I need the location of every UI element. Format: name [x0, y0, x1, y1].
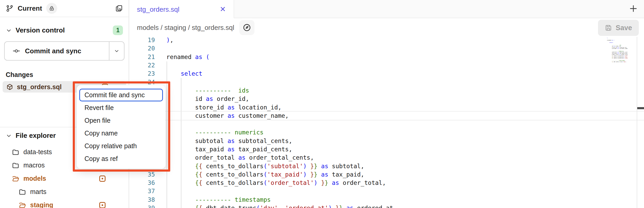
code-line[interactable]: 38 ---------- timestamps [129, 196, 644, 204]
file-context-menu: Commit file and syncRevert fileOpen file… [77, 85, 166, 169]
code-line-text: subtotal as subtotal_cents, [166, 138, 292, 144]
git-branch-icon [6, 4, 14, 12]
code-line[interactable]: 35 {{ cents_to_dollars('tax_paid') }} as… [129, 170, 644, 179]
new-tab-plus-icon[interactable] [629, 4, 638, 13]
branch-name: Current [18, 4, 42, 12]
code-line-text: customer as customer_name, [166, 112, 289, 119]
line-number: 38 [129, 196, 155, 203]
folder-icon [12, 148, 19, 156]
tab-stg-orders[interactable]: stg_orders.sql ✕ [129, 0, 234, 19]
line-number: 37 [129, 188, 155, 194]
code-line-text: ---------- ids [166, 87, 249, 94]
tree-item-label: macros [23, 161, 45, 169]
line-number: 21 [129, 54, 155, 60]
changes-title: Changes [0, 71, 129, 79]
version-control-title: Version control [16, 26, 65, 34]
tree-item-models[interactable]: models [0, 172, 129, 185]
code-line[interactable]: 30 ---------- numerics [129, 128, 644, 136]
code-line-text: tax_paid as tax_paid_cents, [166, 146, 292, 153]
tree-item-marts[interactable]: marts [0, 185, 129, 198]
commit-options-caret[interactable] [109, 42, 124, 60]
code-line-text: order_total as order_total_cents, [166, 154, 314, 161]
line-number: 23 [129, 70, 155, 77]
code-line[interactable]: 26 id as order_id, [129, 95, 644, 103]
copy-files-icon[interactable] [115, 4, 123, 12]
code-line[interactable]: 39 {{ dbt.date_trunc('day', 'ordered_at'… [129, 204, 644, 208]
save-button-label: Save [616, 24, 632, 32]
save-button[interactable]: Save [598, 20, 639, 36]
code-editor[interactable]: 19),2021renamed as (2223 select2425 ----… [129, 37, 644, 208]
menu-item-revert-file[interactable]: Revert file [79, 101, 163, 114]
code-line-text: ---------- numerics [166, 129, 264, 136]
modified-badge-icon [99, 176, 106, 182]
scrollbar-position-marker[interactable] [637, 107, 644, 109]
folder-open-icon [19, 202, 26, 208]
folder-open-icon [12, 175, 19, 182]
model-cube-icon [6, 83, 13, 90]
code-line-text: id as order_id, [166, 95, 249, 102]
version-control-header[interactable]: Version control 1 [0, 25, 129, 35]
code-line[interactable]: 28 customer as customer_name, [129, 112, 644, 120]
folder-icon [19, 188, 26, 196]
code-line[interactable]: 20 [129, 44, 644, 53]
chevron-down-icon [6, 27, 12, 34]
code-line[interactable]: 24 [129, 78, 644, 86]
dbt-ide-window: Current Version control 1 [0, 0, 644, 208]
branch-readonly-chip [46, 3, 57, 14]
line-number: 22 [129, 62, 155, 69]
menu-item-open-file[interactable]: Open file [79, 114, 163, 127]
menu-item-copy-name[interactable]: Copy name [79, 127, 163, 140]
floppy-disk-icon [605, 24, 612, 31]
tree-item-label: models [23, 175, 46, 182]
code-line-text: renamed as ( [166, 54, 209, 60]
code-line-text: {{ dbt.date_trunc('day', 'ordered_at') }… [166, 205, 393, 208]
chevron-down-icon [114, 48, 120, 54]
git-commit-icon [12, 47, 20, 55]
tab-title: stg_orders.sql [137, 5, 179, 14]
menu-item-copy-as-ref[interactable]: Copy as ref [79, 152, 163, 165]
line-number: 36 [129, 179, 155, 186]
code-line[interactable]: 34 {{ cents_to_dollars('subtotal') }} as… [129, 162, 644, 170]
lock-icon [49, 5, 55, 11]
line-number: 39 [129, 205, 155, 208]
tree-item-label: data-tests [23, 148, 52, 156]
code-line[interactable]: 21renamed as ( [129, 53, 644, 61]
code-line[interactable]: 31 subtotal as subtotal_cents, [129, 137, 644, 145]
code-line-text: ---------- timestamps [166, 196, 271, 203]
commit-and-sync-main[interactable]: Commit and sync [5, 42, 109, 60]
code-line[interactable]: 36 {{ cents_to_dollars('order_total') }}… [129, 179, 644, 187]
changed-file-name: stg_orders.sql [17, 83, 62, 91]
scrollbar-gutter-divider [637, 37, 637, 208]
line-number: 19 [129, 37, 155, 43]
tree-item-label: staging [30, 201, 53, 208]
file-explorer-title: File explorer [16, 132, 56, 140]
code-line[interactable]: 22 [129, 61, 644, 69]
tab-close-icon[interactable]: ✕ [220, 6, 226, 13]
tab-bar: stg_orders.sql ✕ [129, 0, 644, 18]
breadcrumb-bar: models / staging / stg_orders.sql Save [129, 18, 644, 37]
code-line[interactable]: 29 [129, 120, 644, 128]
tree-item-staging[interactable]: staging [0, 198, 129, 208]
code-line[interactable]: 23 select [129, 69, 644, 78]
code-line[interactable]: 19), [129, 37, 644, 44]
code-line[interactable]: 25 ---------- ids [129, 86, 644, 95]
commit-button-label: Commit and sync [25, 47, 81, 55]
code-lines: 19),2021renamed as (2223 select2425 ----… [129, 37, 644, 208]
commit-and-sync-button[interactable]: Commit and sync [4, 41, 124, 61]
code-line[interactable]: 32 tax_paid as tax_paid_cents, [129, 145, 644, 153]
code-line-text: ), [166, 37, 174, 43]
modified-badge-icon [99, 202, 106, 208]
menu-item-copy-relative-path[interactable]: Copy relative path [79, 140, 163, 152]
chevron-down-icon [6, 133, 12, 139]
code-line[interactable]: 27 store_id as location_id, [129, 103, 644, 111]
tree-item-label: marts [30, 188, 47, 196]
code-line-text: store_id as location_id, [166, 104, 281, 111]
line-number: 24 [129, 79, 155, 86]
code-line[interactable]: 37 [129, 187, 644, 195]
code-line-text: {{ cents_to_dollars('subtotal') }} as su… [166, 163, 364, 170]
line-number: 20 [129, 45, 155, 52]
lineage-button[interactable] [239, 20, 254, 35]
menu-item-commit-file-and-sync[interactable]: Commit file and sync [79, 89, 163, 101]
code-line[interactable]: 33 order_total as order_total_cents, [129, 153, 644, 162]
code-line-text: {{ cents_to_dollars('order_total') }} as… [166, 179, 386, 186]
